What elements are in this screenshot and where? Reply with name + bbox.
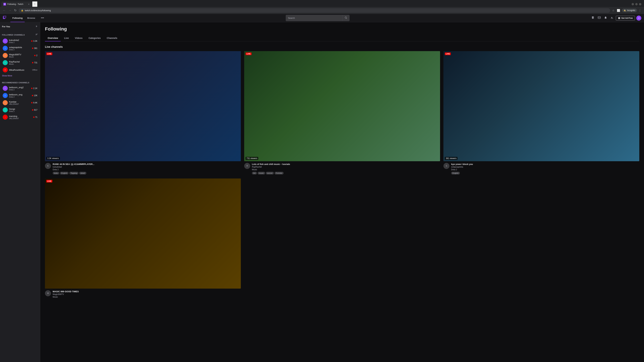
sidebar-channel-rayrachel[interactable]: RRayRachelMusic731 (1, 59, 40, 66)
browser-chrome: Following - Twitch × + ← → ↻ 🔒 ☆ ⬜ 🕵 Inc… (0, 0, 644, 14)
stream-tag[interactable]: English (60, 172, 68, 174)
close-button[interactable] (639, 3, 641, 5)
header-nav: Following Browse (10, 15, 37, 21)
stream-tag[interactable]: soccer (266, 172, 274, 174)
browser-actions: ☆ ⬜ 🕵 Incognito ⋮ (612, 8, 642, 13)
tab-videos[interactable]: Videos (72, 35, 85, 41)
stream-card-solapsapdota[interactable]: LIVE381 viewersSbye yowe i block yousola… (444, 51, 639, 174)
live-indicator-dot (31, 102, 32, 103)
active-tab[interactable]: Following - Twitch × (1, 1, 32, 7)
extensions-button[interactable]: ⬜ (616, 8, 621, 13)
live-indicator-dot (32, 48, 33, 49)
sidebar-channel-kukudota2[interactable]: Kkukudota2Dota 23.3K (1, 37, 40, 44)
channel-avatar: M (3, 53, 8, 58)
stream-tag[interactable]: Art (252, 172, 257, 174)
stream-tags: ArtmusicsoccerFortnite (252, 172, 440, 174)
channel-info: KyedaeVALORANT (9, 100, 30, 105)
back-button[interactable]: ← (2, 8, 6, 13)
viewer-count-text: 13K (34, 94, 38, 97)
channel-name: inamiing (9, 115, 32, 117)
browser-menu-button[interactable]: ⋮ (638, 8, 642, 13)
address-bar-input[interactable] (25, 9, 608, 12)
get-ad-free-label: Get Ad-Free (621, 17, 633, 19)
channel-avatar: I (3, 115, 8, 120)
tab-overview[interactable]: Overview (45, 35, 61, 41)
sidebar-channel-mikarosemusic[interactable]: MMikaRoseMusicOffline (1, 66, 40, 73)
user-avatar-button[interactable]: U (636, 15, 641, 21)
sidebar-channel-betboom_eng[interactable]: Bbetboom_engDota 213K (1, 92, 40, 99)
channel-viewer-count: 2 (34, 54, 38, 57)
stream-meta: RANK 44 IN SEA :))) #11kMMRPLAYER...kuku… (53, 163, 241, 174)
sidebar-channel-inamiing[interactable]: IinamiingVALORANT71 (1, 114, 40, 121)
viewer-count-text: 3.3K (33, 40, 38, 42)
channel-info: kukudota2Dota 2 (9, 39, 30, 43)
stream-thumbnail: LIVE (45, 178, 241, 289)
reload-button[interactable]: ↻ (14, 8, 17, 13)
new-tab-button[interactable]: + (32, 1, 38, 7)
channel-name: Magic899TV (9, 53, 33, 56)
channel-name: RayRachel (9, 60, 31, 63)
stream-game-name: Dota 2 (53, 168, 241, 171)
show-more-button[interactable]: Show More (0, 73, 14, 78)
incognito-label: Incognito (627, 9, 635, 11)
sidebar-channel-kyedae[interactable]: KKyedaeVALORANT9.4K (1, 99, 40, 106)
tab-close-btn[interactable]: × (28, 3, 30, 5)
stream-tag[interactable]: music (258, 172, 265, 174)
prime-button[interactable] (610, 15, 614, 21)
channel-avatar: S (3, 46, 8, 51)
stream-streamer-name: kukudota2 (53, 166, 241, 168)
stream-meta: bye yowe i block yousolapsapdotaDota 2En… (451, 163, 639, 174)
bookmark-star-button[interactable]: ☆ (612, 8, 615, 13)
forward-button[interactable]: → (8, 8, 12, 13)
stream-tags: English (451, 172, 639, 174)
nav-browse[interactable]: Browse (25, 15, 37, 21)
channel-game: Dota 2 (9, 96, 30, 98)
stream-card-magic899tv[interactable]: LIVEMMAGIC 899 GOOD TIMESMagic899TVMusic (45, 178, 241, 299)
sidebar-channel-gorge[interactable]: GGorgeDota 2817 (1, 106, 40, 113)
channel-viewer-count: 731 (32, 61, 38, 64)
get-ad-free-button[interactable]: Get Ad-Free (616, 16, 635, 20)
sidebar-channel-magic899tv[interactable]: MMagic899TVMusic2 (1, 52, 40, 59)
bits-button[interactable] (590, 15, 595, 21)
recommended-channels-section: RECOMMENDED CHANNELS Bbetboom_eng2Dota 2… (0, 79, 40, 122)
channel-game: Dota 2 (9, 110, 31, 112)
stream-card-kukudota2[interactable]: LIVE3.3K viewersKRANK 44 IN SEA :))) #11… (45, 51, 241, 174)
stream-grid: LIVE3.3K viewersKRANK 44 IN SEA :))) #11… (45, 51, 639, 174)
stream-thumbnail-image: LIVE381 viewers (444, 51, 639, 161)
stream-tag[interactable]: English (451, 172, 460, 174)
live-indicator-dot (33, 116, 34, 118)
search-button[interactable] (342, 15, 349, 21)
stream-card-rayrachel[interactable]: LIVE731 viewersRLots of fish and chill m… (244, 51, 440, 174)
maximize-button[interactable] (635, 3, 638, 5)
sidebar-channel-solapsapdota[interactable]: SsolapsapdotaDota 2381 (1, 45, 40, 52)
live-indicator-dot (32, 95, 33, 96)
channel-avatar: K (3, 38, 8, 43)
nav-more-button[interactable]: ••• (40, 15, 45, 21)
window-controls (630, 2, 643, 7)
tab-channels[interactable]: Channels (104, 35, 120, 41)
channel-game: Dota 2 (9, 89, 30, 91)
stream-tag[interactable]: dota2 (79, 172, 86, 174)
followed-channels-list: Kkukudota2Dota 23.3KSsolapsapdotaDota 23… (0, 37, 40, 73)
sort-channels-button[interactable] (36, 33, 38, 36)
search-input[interactable] (286, 15, 342, 21)
stream-tag[interactable]: Tagalog (69, 172, 78, 174)
notifications-button[interactable] (603, 15, 608, 21)
nav-following[interactable]: Following (10, 15, 25, 21)
tab-live[interactable]: Live (62, 35, 72, 41)
channel-info: MikaRoseMusic (9, 69, 31, 71)
twitch-logo[interactable] (3, 16, 6, 20)
inbox-button[interactable] (597, 15, 602, 21)
viewer-count-text: 381 (34, 47, 38, 49)
tab-categories[interactable]: Categories (86, 35, 103, 41)
tabs-container: OverviewLiveVideosCategoriesChannels (45, 35, 120, 41)
sidebar-channel-betboom_eng2[interactable]: Bbetboom_eng2Dota 22.1K (1, 85, 40, 92)
address-bar-wrap[interactable]: 🔒 (18, 8, 610, 13)
minimize-button[interactable] (632, 3, 634, 5)
stream-tag[interactable]: kuku (53, 172, 59, 174)
channel-viewer-count: 3.3K (31, 40, 38, 42)
channel-info: RayRachelMusic (9, 60, 31, 65)
stream-tag[interactable]: Fortnite (274, 172, 284, 174)
sidebar-collapse-button[interactable] (36, 25, 38, 28)
browser-toolbar: ← → ↻ 🔒 ☆ ⬜ 🕵 Incognito ⋮ (0, 7, 644, 14)
